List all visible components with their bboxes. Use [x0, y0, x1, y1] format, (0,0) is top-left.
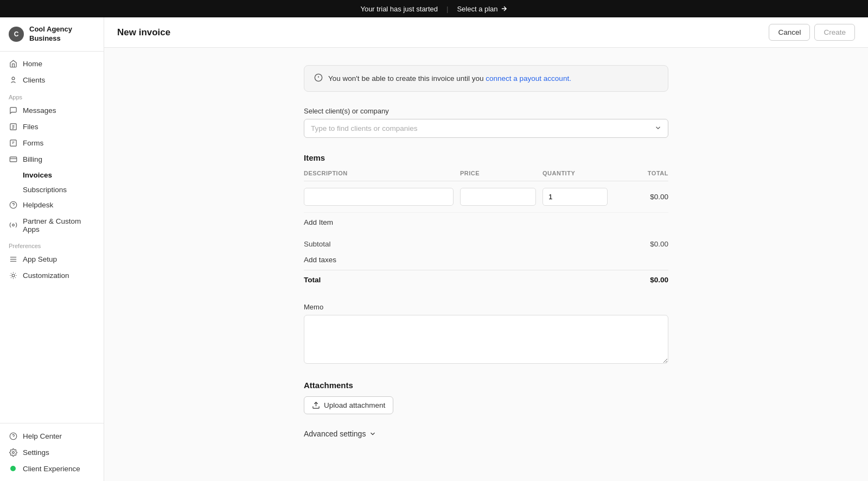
banner-divider: |	[446, 5, 448, 13]
add-item-button[interactable]: Add Item	[304, 213, 333, 232]
sidebar-bottom: Help Center Settings Client Experience	[0, 423, 104, 481]
totals-section: Subtotal $0.00 Add taxes Total $0.00	[304, 236, 668, 288]
apps-section-label: Apps	[0, 88, 104, 103]
memo-label: Memo	[304, 303, 668, 311]
svg-point-0	[12, 77, 15, 80]
sidebar-item-help-center[interactable]: Help Center	[0, 428, 104, 444]
quantity-input[interactable]	[542, 188, 608, 206]
add-taxes-row: Add taxes	[304, 252, 668, 268]
items-title: Items	[304, 153, 668, 162]
upload-icon	[312, 401, 320, 409]
memo-section: Memo	[304, 303, 668, 365]
item-total: $0.00	[614, 193, 668, 201]
sidebar-item-label: Helpdesk	[23, 201, 53, 209]
brand-name: Cool Agency Business	[29, 25, 95, 43]
payout-account-link[interactable]: connect a payout account.	[486, 74, 571, 83]
billing-icon	[9, 155, 17, 164]
settings-icon	[9, 448, 17, 457]
sidebar-item-label: Messages	[23, 106, 56, 115]
upload-attachment-button[interactable]: Upload attachment	[304, 396, 393, 414]
sidebar-item-invoices[interactable]: Invoices	[0, 168, 104, 182]
messages-icon	[9, 106, 17, 115]
chevron-down-icon	[369, 430, 376, 438]
sidebar-item-billing[interactable]: Billing	[0, 151, 104, 168]
sidebar-item-client-experience[interactable]: Client Experience	[0, 460, 104, 477]
subtotal-row: Subtotal $0.00	[304, 236, 668, 252]
alert-text: You won't be able to create this invoice…	[328, 74, 571, 83]
partner-icon	[9, 221, 17, 230]
sidebar-item-label: Help Center	[23, 432, 62, 440]
description-col-header: DESCRIPTION	[304, 170, 454, 176]
svg-rect-3	[10, 157, 17, 162]
total-value: $0.00	[650, 276, 668, 284]
sidebar-item-label: Clients	[23, 76, 45, 84]
advanced-settings-label: Advanced settings	[304, 429, 366, 438]
sidebar-item-label: Forms	[23, 139, 43, 147]
sidebar-item-partner[interactable]: Partner & Custom Apps	[0, 213, 104, 237]
sidebar-item-clients[interactable]: Clients	[0, 72, 104, 88]
header-actions: Cancel Create	[769, 24, 855, 41]
items-section: Items DESCRIPTION PRICE QUANTITY TOTAL	[304, 153, 668, 288]
info-icon	[314, 73, 323, 84]
items-table: DESCRIPTION PRICE QUANTITY TOTAL $0.00	[304, 170, 668, 213]
total-row: Total $0.00	[304, 270, 668, 288]
preferences-section-label: Preferences	[0, 237, 104, 251]
svg-point-11	[12, 451, 14, 453]
sidebar-item-files[interactable]: Files	[0, 119, 104, 135]
home-icon	[9, 60, 17, 68]
client-select-wrapper	[304, 119, 668, 138]
svg-point-5	[12, 224, 14, 226]
sidebar-item-messages[interactable]: Messages	[0, 103, 104, 119]
items-header: DESCRIPTION PRICE QUANTITY TOTAL	[304, 170, 668, 181]
sidebar-item-subscriptions[interactable]: Subscriptions	[0, 182, 104, 197]
sidebar-item-customization[interactable]: Customization	[0, 268, 104, 284]
sidebar-item-settings[interactable]: Settings	[0, 444, 104, 460]
client-section: Select client(s) or company	[304, 107, 668, 138]
sidebar-item-label: Home	[23, 60, 42, 68]
attachments-title: Attachments	[304, 381, 668, 390]
subtotal-value: $0.00	[650, 240, 668, 248]
attachments-section: Attachments Upload attachment	[304, 381, 668, 414]
sidebar-item-helpdesk[interactable]: Helpdesk	[0, 197, 104, 213]
svg-point-10	[10, 433, 17, 440]
sidebar-item-forms[interactable]: Forms	[0, 135, 104, 151]
sidebar-item-app-setup[interactable]: App Setup	[0, 251, 104, 268]
sidebar-item-label: Billing	[23, 155, 42, 163]
page-title: New invoice	[117, 27, 170, 38]
advanced-settings-button[interactable]: Advanced settings	[304, 429, 376, 438]
files-icon	[9, 123, 17, 131]
cancel-button[interactable]: Cancel	[769, 24, 810, 41]
content-inner: You won't be able to create this invoice…	[291, 48, 681, 455]
helpdesk-icon	[9, 201, 17, 210]
client-experience-icon	[9, 464, 17, 473]
advanced-settings-section: Advanced settings	[304, 429, 668, 438]
sidebar-item-label: Files	[23, 123, 39, 131]
sidebar-item-label: Customization	[23, 271, 69, 280]
sidebar-item-home[interactable]: Home	[0, 56, 104, 72]
clients-icon	[9, 76, 17, 85]
client-search-input[interactable]	[304, 119, 668, 138]
help-center-icon	[9, 432, 17, 440]
select-plan-link[interactable]: Select a plan	[457, 5, 507, 13]
content-area: You won't be able to create this invoice…	[104, 48, 868, 481]
svg-rect-2	[10, 140, 16, 146]
brand-avatar: C	[9, 27, 24, 42]
page-header: New invoice Cancel Create	[104, 17, 868, 48]
sidebar: C Cool Agency Business Home Clients Apps	[0, 17, 104, 481]
brand: C Cool Agency Business	[0, 17, 104, 52]
memo-input[interactable]	[304, 315, 668, 364]
add-taxes-button[interactable]: Add taxes	[304, 256, 336, 264]
description-input[interactable]	[304, 188, 454, 206]
svg-rect-1	[10, 124, 16, 130]
trial-banner: Your trial has just started | Select a p…	[0, 0, 868, 17]
app-setup-icon	[9, 255, 17, 264]
create-button[interactable]: Create	[814, 24, 855, 41]
sidebar-nav: Home Clients Apps Messages	[0, 52, 104, 423]
subtotal-label: Subtotal	[304, 240, 331, 248]
main-content: New invoice Cancel Create You won't be a…	[104, 17, 868, 481]
sidebar-item-label: Client Experience	[23, 465, 80, 473]
svg-point-9	[12, 274, 15, 277]
price-input[interactable]	[460, 188, 536, 206]
sidebar-item-label: Settings	[23, 448, 49, 457]
alert-box: You won't be able to create this invoice…	[304, 65, 668, 92]
